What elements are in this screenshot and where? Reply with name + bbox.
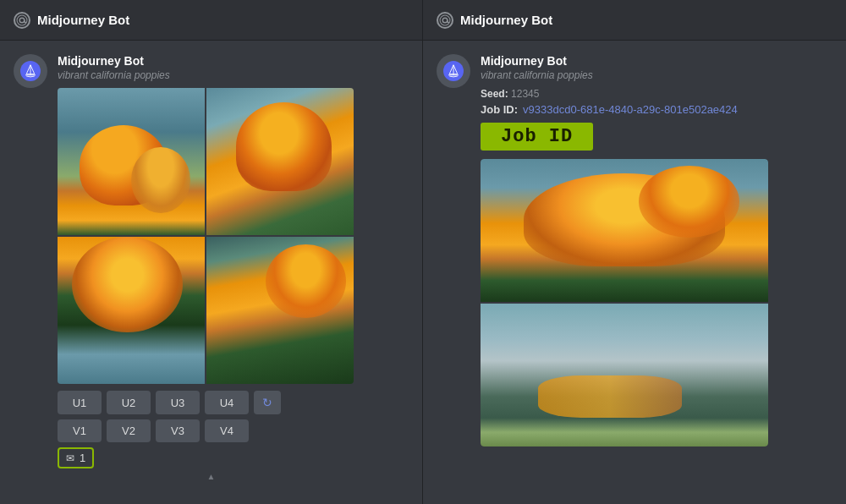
right-avatar xyxy=(437,54,470,88)
right-panel-content: Midjourney Bot vibrant california poppie… xyxy=(423,41,846,504)
right-image xyxy=(481,159,768,446)
job-id-highlight-box: Job ID xyxy=(481,123,593,151)
refresh-button[interactable]: ↻ xyxy=(254,391,281,414)
right-author: Midjourney Bot xyxy=(481,54,832,68)
right-message-content: Midjourney Bot vibrant california poppie… xyxy=(481,54,832,446)
u1-button[interactable]: U1 xyxy=(58,391,102,414)
grid-cell-tl xyxy=(58,88,205,235)
u4-button[interactable]: U4 xyxy=(205,391,249,414)
mail-badge-button[interactable]: ✉ 1 xyxy=(58,447,94,468)
variation-button-row: V1 V2 V3 V4 xyxy=(58,419,409,442)
scroll-arrow: ▲ xyxy=(14,468,409,485)
seed-value-text: 12345 xyxy=(511,88,539,100)
left-message-row: Midjourney Bot vibrant california poppie… xyxy=(14,54,409,468)
image-grid xyxy=(58,88,354,384)
job-id-label: Job ID: xyxy=(481,103,518,116)
at-icon-right xyxy=(437,12,453,29)
right-panel: Midjourney Bot Midjourney Bot vibrant ca… xyxy=(423,0,846,504)
grid-cell-tr xyxy=(206,88,354,235)
left-avatar xyxy=(14,54,47,88)
upscale-button-row: U1 U2 U3 U4 ↻ xyxy=(58,391,409,414)
v2-button[interactable]: V2 xyxy=(107,419,151,442)
svg-point-0 xyxy=(19,18,25,23)
left-author: Midjourney Bot xyxy=(58,54,409,68)
seed-line: Seed: 12345 xyxy=(481,88,832,100)
left-panel: Midjourney Bot Midjourney Bot vibrant ca… xyxy=(0,0,423,504)
job-id-value: v9333dcd0-681e-4840-a29c-801e502ae424 xyxy=(523,103,738,116)
right-header: Midjourney Bot xyxy=(423,0,846,41)
u2-button[interactable]: U2 xyxy=(107,391,151,414)
mail-count: 1 xyxy=(80,452,85,464)
v4-button[interactable]: V4 xyxy=(205,419,249,442)
left-subtitle: vibrant california poppies xyxy=(58,69,409,81)
right-message-row: Midjourney Bot vibrant california poppie… xyxy=(437,54,832,446)
right-header-title: Midjourney Bot xyxy=(460,13,552,27)
svg-point-7 xyxy=(440,15,450,25)
left-panel-content: Midjourney Bot vibrant california poppie… xyxy=(0,41,422,504)
job-id-highlight-text: Job ID xyxy=(501,126,573,147)
left-header: Midjourney Bot xyxy=(0,0,422,41)
u3-button[interactable]: U3 xyxy=(156,391,200,414)
v3-button[interactable]: V3 xyxy=(156,419,200,442)
right-image-bottom xyxy=(481,304,768,446)
right-subtitle: vibrant california poppies xyxy=(481,69,832,81)
grid-cell-br xyxy=(206,237,354,384)
job-id-line: Job ID: v9333dcd0-681e-4840-a29c-801e502… xyxy=(481,103,832,116)
mail-icon: ✉ xyxy=(66,452,74,464)
left-header-title: Midjourney Bot xyxy=(37,13,129,27)
svg-point-1 xyxy=(17,15,27,25)
left-message-content: Midjourney Bot vibrant california poppie… xyxy=(58,54,409,468)
svg-point-6 xyxy=(442,18,448,23)
seed-label: Seed: xyxy=(481,88,508,100)
v1-button[interactable]: V1 xyxy=(58,419,102,442)
right-image-top xyxy=(481,159,768,302)
at-icon-left xyxy=(14,12,30,29)
grid-cell-bl xyxy=(58,237,205,384)
